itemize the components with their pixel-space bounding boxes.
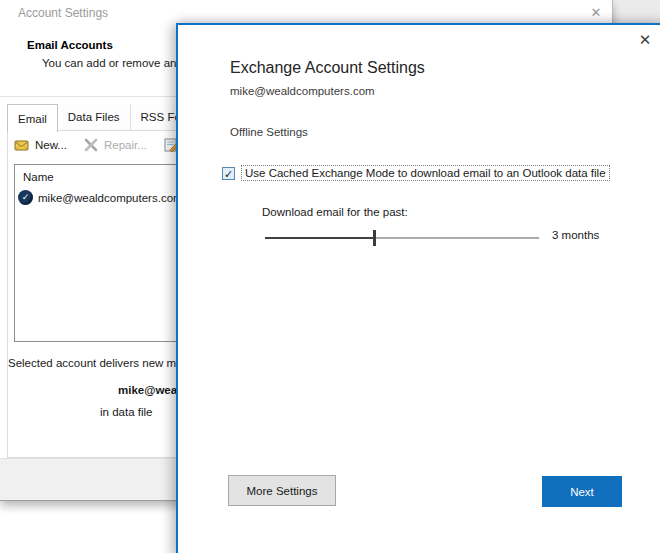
repair-account-label: Repair... <box>104 139 147 151</box>
new-mail-icon <box>14 137 30 153</box>
next-button[interactable]: Next <box>542 476 622 507</box>
email-accounts-heading: Email Accounts <box>27 39 113 51</box>
close-icon[interactable]: ✕ <box>586 4 606 22</box>
name-column-header[interactable]: Name <box>23 171 54 183</box>
account-row[interactable]: ✓ mike@wealdcomputers.com <box>18 190 183 205</box>
download-period-value: 3 months <box>552 229 599 241</box>
download-period-slider[interactable] <box>265 229 539 247</box>
exchange-account-icon: ✓ <box>18 190 33 205</box>
more-settings-button[interactable]: More Settings <box>228 475 336 506</box>
email-accounts-subheading: You can add or remove an <box>42 57 176 69</box>
accounts-toolbar: New... Repair... <box>14 134 192 156</box>
offline-settings-heading: Offline Settings <box>230 126 308 138</box>
new-account-button[interactable]: New... <box>14 137 67 153</box>
window-behind-strip <box>613 0 660 24</box>
tab-data-files[interactable]: Data Files <box>58 104 131 130</box>
dialog-title: Exchange Account Settings <box>230 59 425 77</box>
screen: Account Settings ✕ Email Accounts You ca… <box>0 0 660 553</box>
exchange-account-settings-dialog: ✕ Exchange Account Settings mike@wealdco… <box>176 23 660 553</box>
slider-thumb[interactable] <box>373 230 376 246</box>
download-period-label: Download email for the past: <box>262 206 408 218</box>
repair-tools-icon <box>83 137 99 153</box>
delivery-status-text: Selected account delivers new m <box>8 357 176 369</box>
delivery-account-text: mike@wea <box>118 384 177 396</box>
repair-account-button[interactable]: Repair... <box>83 137 147 153</box>
tab-email[interactable]: Email <box>7 104 58 132</box>
cached-mode-row: ✓ Use Cached Exchange Mode to download e… <box>222 165 610 181</box>
slider-fill <box>265 237 374 239</box>
new-account-label: New... <box>35 139 67 151</box>
window-title: Account Settings <box>18 6 108 20</box>
close-icon[interactable]: ✕ <box>633 29 657 51</box>
delivery-file-text: in data file <box>100 406 152 418</box>
cached-exchange-mode-checkbox[interactable]: ✓ <box>222 167 235 180</box>
account-name: mike@wealdcomputers.com <box>38 192 183 204</box>
cached-exchange-mode-label[interactable]: Use Cached Exchange Mode to download ema… <box>241 165 610 181</box>
dialog-account-subtitle: mike@wealdcomputers.com <box>230 85 375 97</box>
